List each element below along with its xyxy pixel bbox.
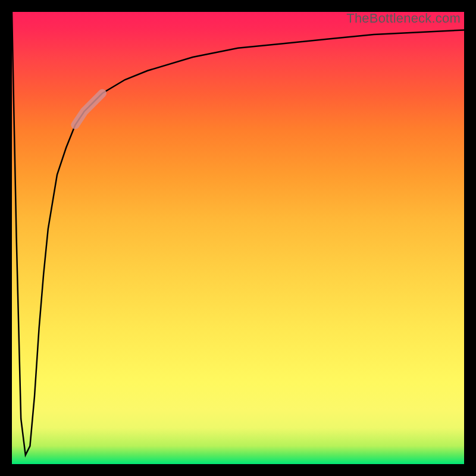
bottleneck-curve-path	[12, 12, 464, 455]
chart-plot-area: TheBottleneck.com	[12, 12, 464, 464]
curve-group	[12, 12, 464, 455]
bottleneck-highlight-path	[75, 93, 102, 125]
curve-svg	[12, 12, 464, 464]
chart-frame: TheBottleneck.com	[0, 0, 476, 476]
